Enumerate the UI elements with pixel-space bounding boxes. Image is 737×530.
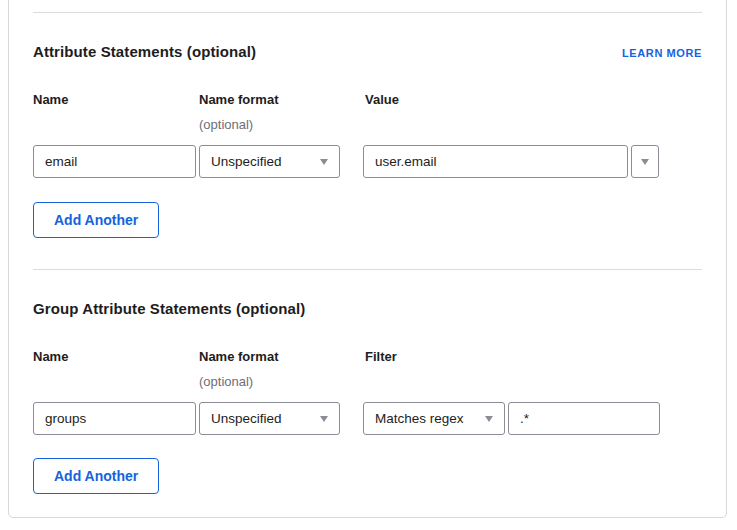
section-divider xyxy=(33,12,702,13)
group-attribute-statements-section: Group Attribute Statements (optional) Na… xyxy=(9,300,726,494)
group-attribute-filter-value-input[interactable] xyxy=(508,402,660,435)
attribute-statements-section: Attribute Statements (optional) LEARN MO… xyxy=(9,43,726,238)
group-attribute-statement-row: Unspecified Matches regex xyxy=(33,402,702,435)
group-attribute-filter-type-select[interactable]: Matches regex xyxy=(363,402,505,435)
attribute-name-format-selected-value: Unspecified xyxy=(211,154,282,169)
group-attribute-name-input[interactable] xyxy=(33,402,196,435)
learn-more-link[interactable]: LEARN MORE xyxy=(622,47,702,59)
section-divider xyxy=(33,269,702,270)
attribute-statement-row: Unspecified xyxy=(33,145,702,178)
column-header-name: Name xyxy=(33,349,199,364)
group-attribute-columns-header: Name Name format (optional) Filter xyxy=(33,349,702,389)
group-attribute-name-format-select[interactable]: Unspecified xyxy=(199,402,340,435)
attribute-value-dropdown-button[interactable] xyxy=(631,145,659,178)
chevron-down-icon xyxy=(485,416,493,422)
add-another-attribute-button[interactable]: Add Another xyxy=(33,202,159,238)
attribute-value-input[interactable] xyxy=(363,145,628,178)
attribute-columns-header: Name Name format (optional) Value xyxy=(33,92,702,132)
column-header-name-format: Name format xyxy=(199,92,365,107)
column-header-filter: Filter xyxy=(365,349,702,364)
saml-settings-card: Attribute Statements (optional) LEARN MO… xyxy=(8,0,727,518)
chevron-down-icon xyxy=(641,159,649,165)
group-attribute-statements-title: Group Attribute Statements (optional) xyxy=(33,300,305,317)
name-format-optional-note: (optional) xyxy=(199,374,365,389)
attribute-name-format-select[interactable]: Unspecified xyxy=(199,145,340,178)
group-attribute-filter-type-selected-value: Matches regex xyxy=(375,411,464,426)
chevron-down-icon xyxy=(320,159,328,165)
attribute-name-input[interactable] xyxy=(33,145,196,178)
group-attribute-name-format-selected-value: Unspecified xyxy=(211,411,282,426)
column-header-name-format: Name format xyxy=(199,349,365,364)
chevron-down-icon xyxy=(320,416,328,422)
name-format-optional-note: (optional) xyxy=(199,117,365,132)
add-another-group-attribute-button[interactable]: Add Another xyxy=(33,458,159,494)
attribute-statements-title: Attribute Statements (optional) xyxy=(33,43,256,60)
column-header-value: Value xyxy=(365,92,702,107)
column-header-name: Name xyxy=(33,92,199,107)
